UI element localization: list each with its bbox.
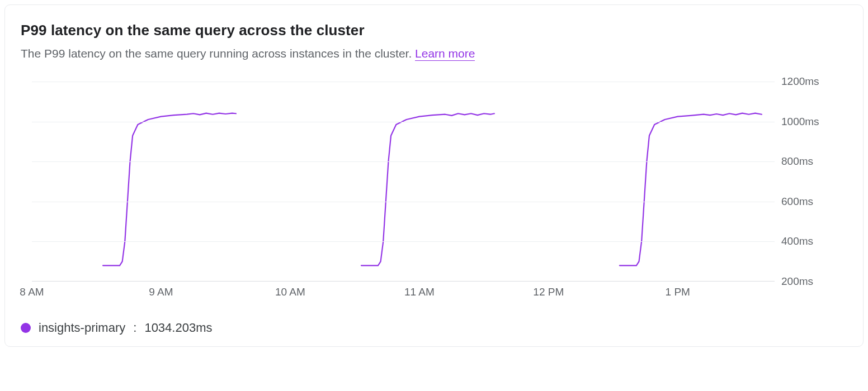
- y-axis-tick: 400ms: [781, 235, 843, 247]
- x-axis-tick: 8 AM: [20, 286, 44, 298]
- y-axis-tick: 800ms: [781, 155, 843, 168]
- series-line: [620, 113, 762, 266]
- legend-series-name: insights-primary: [39, 321, 125, 335]
- legend-color-swatch: [21, 323, 31, 333]
- x-axis-tick: 9 AM: [149, 286, 173, 298]
- y-axis-tick: 200ms: [781, 275, 843, 288]
- latency-chart-card: P99 latency on the same query across the…: [4, 4, 864, 347]
- x-axis-tick: 11 AM: [404, 286, 435, 298]
- chart-subtitle-text: The P99 latency on the same query runnin…: [21, 47, 415, 60]
- legend-separator: :: [133, 321, 136, 335]
- x-axis-tick: 12 PM: [533, 286, 564, 298]
- legend-series-value: 1034.203ms: [144, 321, 212, 335]
- series-line: [103, 113, 236, 266]
- chart-svg: [32, 82, 775, 282]
- x-axis-tick: 10 AM: [275, 286, 305, 298]
- plot-area: [32, 82, 775, 282]
- chart-title: P99 latency on the same query across the…: [21, 22, 847, 39]
- chart-subtitle: The P99 latency on the same query runnin…: [21, 47, 847, 60]
- x-axis-tick: 1 PM: [666, 286, 690, 298]
- y-axis-tick: 1000ms: [781, 116, 843, 128]
- y-axis-tick: 1200ms: [781, 75, 843, 88]
- y-axis-tick: 600ms: [781, 196, 843, 208]
- chart-area[interactable]: 200ms400ms600ms800ms1000ms1200ms8 AM9 AM…: [21, 76, 847, 311]
- chart-legend: insights-primary: 1034.203ms: [21, 321, 847, 335]
- series-line: [361, 113, 494, 265]
- learn-more-link[interactable]: Learn more: [415, 47, 475, 61]
